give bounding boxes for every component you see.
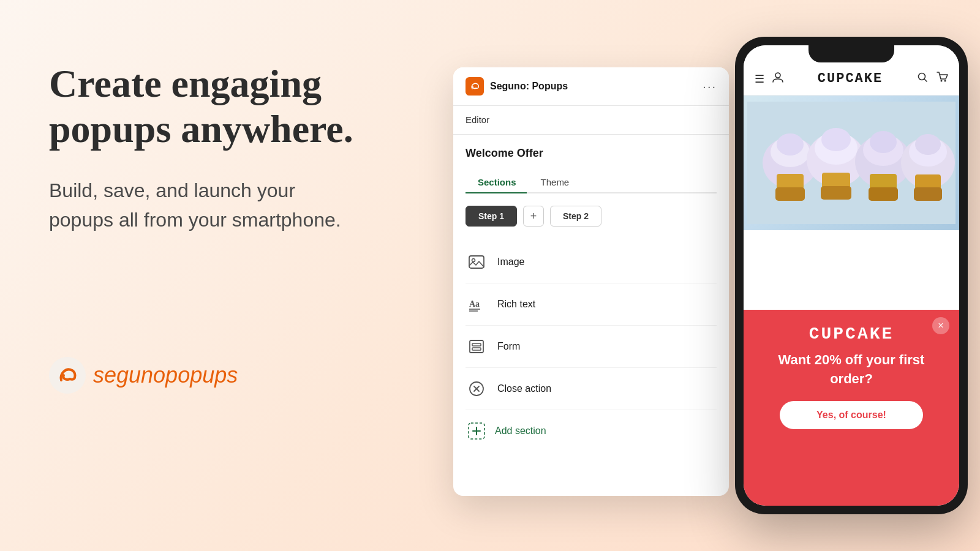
editor-title-left: Seguno: Popups <box>466 77 568 96</box>
tab-theme[interactable]: Theme <box>529 172 582 192</box>
richtext-icon: Aa <box>466 293 488 315</box>
left-panel: Create engaging popups anywhere. Build, … <box>49 61 417 394</box>
popup-headline: Want 20% off your first order? <box>756 351 947 389</box>
more-options-icon[interactable]: ··· <box>703 80 717 94</box>
svg-rect-7 <box>472 343 481 346</box>
step-1-button[interactable]: Step 1 <box>466 206 517 227</box>
svg-point-28 <box>821 128 851 151</box>
add-section-label: Add section <box>495 425 546 437</box>
editor-tab-bar: Editor <box>453 106 729 135</box>
add-section-icon <box>466 420 488 442</box>
phone-notch <box>809 45 894 62</box>
section-richtext[interactable]: Aa Rich text <box>466 283 717 326</box>
editor-window: Seguno: Popups ··· Editor Welcome Offer … <box>453 67 729 496</box>
svg-point-19 <box>944 80 946 82</box>
user-icon[interactable] <box>772 71 784 86</box>
svg-rect-6 <box>470 340 483 353</box>
section-close-label: Close action <box>497 383 551 394</box>
logo-text: segunopopups <box>93 362 238 388</box>
step-2-button[interactable]: Step 2 <box>550 206 601 227</box>
popup-title: Welcome Offer <box>466 147 717 160</box>
svg-point-33 <box>870 131 897 153</box>
image-icon <box>466 251 488 273</box>
svg-point-18 <box>940 80 942 82</box>
seguno-app-icon <box>466 77 484 96</box>
main-headline: Create engaging popups anywhere. <box>49 61 417 151</box>
phone-action-icons <box>916 71 948 86</box>
cupcake-visual <box>744 96 959 230</box>
phone-mockup: ☰ CUPCAKE <box>735 37 968 514</box>
logo-area: segunopopups <box>49 357 417 394</box>
popup-overlay: × CUPCAKE Want 20% off your first order?… <box>744 310 959 506</box>
phone-outer: ☰ CUPCAKE <box>735 37 968 514</box>
svg-point-38 <box>915 134 941 155</box>
popup-cta-button[interactable]: Yes, of course! <box>780 401 923 429</box>
svg-point-2 <box>472 259 475 262</box>
subheadline-line1: Build, save, and launch your <box>49 179 295 201</box>
cupcake-image-area <box>744 96 959 230</box>
svg-text:Aa: Aa <box>469 299 480 309</box>
editor-titlebar: Seguno: Popups ··· <box>453 67 729 106</box>
popup-close-button[interactable]: × <box>932 317 949 334</box>
svg-rect-30 <box>821 186 851 200</box>
svg-line-17 <box>924 79 927 81</box>
section-form-label: Form <box>497 341 520 352</box>
section-richtext-label: Rich text <box>497 299 535 310</box>
svg-point-0 <box>49 357 86 394</box>
hamburger-icon[interactable]: ☰ <box>755 72 764 86</box>
section-image[interactable]: Image <box>466 241 717 283</box>
right-panel: Seguno: Popups ··· Editor Welcome Offer … <box>429 0 980 551</box>
popup-brand-name: CUPCAKE <box>809 324 894 343</box>
form-icon <box>466 335 488 358</box>
cart-icon[interactable] <box>936 71 948 86</box>
section-form[interactable]: Form <box>466 326 717 368</box>
section-close-action[interactable]: Close action <box>466 368 717 410</box>
subheadline: Build, save, and launch your popups all … <box>49 176 417 234</box>
phone-screen: ☰ CUPCAKE <box>744 45 959 506</box>
editor-body: Welcome Offer Sections Theme Step 1 + St… <box>453 135 729 464</box>
editor-tab[interactable]: Editor <box>466 114 489 125</box>
tab-underline <box>466 192 527 193</box>
section-image-label: Image <box>497 257 524 268</box>
svg-rect-25 <box>775 187 805 201</box>
add-section-row[interactable]: Add section <box>466 410 717 452</box>
phone-nav-icons: ☰ <box>755 71 784 86</box>
tab-sections[interactable]: Sections <box>466 172 529 192</box>
editor-tabs-row: Sections Theme <box>466 172 717 193</box>
svg-rect-8 <box>472 348 481 350</box>
svg-rect-1 <box>469 256 484 268</box>
svg-rect-40 <box>914 187 942 201</box>
steps-row: Step 1 + Step 2 <box>466 206 717 227</box>
add-step-button[interactable]: + <box>523 206 544 227</box>
editor-title: Seguno: Popups <box>490 81 568 92</box>
close-action-icon <box>466 378 488 400</box>
logo-text-italic: popups <box>165 362 238 388</box>
logo-text-main: seguno <box>93 362 165 388</box>
svg-point-23 <box>777 133 804 156</box>
svg-point-15 <box>775 73 780 78</box>
phone-brand-logo: CUPCAKE <box>818 71 883 86</box>
seguno-logo-icon <box>49 357 86 394</box>
svg-rect-35 <box>869 187 898 201</box>
subheadline-line2: popups all from your smartphone. <box>49 209 341 231</box>
search-icon[interactable] <box>916 71 929 86</box>
